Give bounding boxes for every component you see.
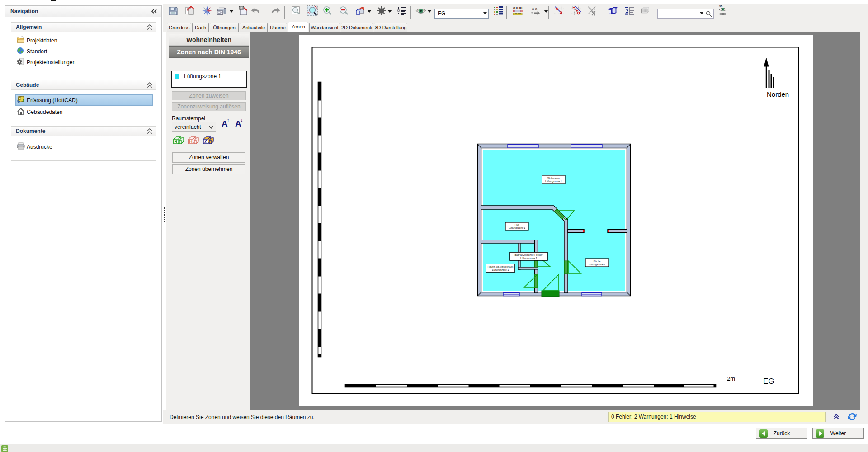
svg-text:Lüftungszone 1: Lüftungszone 1 [509, 226, 525, 229]
svg-text:R: R [175, 139, 178, 144]
svg-text:EG: EG [763, 377, 774, 386]
svg-text:H: H [189, 139, 193, 144]
svg-text:Lüftungszone 1: Lüftungszone 1 [520, 257, 537, 259]
svg-text:Lüftungszone 1: Lüftungszone 1 [545, 180, 562, 183]
svg-text:Bad/WC mit/ohne Fenster: Bad/WC mit/ohne Fenster [514, 254, 542, 256]
svg-text:Norden: Norden [767, 90, 789, 98]
svg-text:2D+3D: 2D+3D [513, 6, 523, 9]
svg-text:Lüftungszone 1: Lüftungszone 1 [492, 268, 509, 271]
svg-text:Küche: Küche [594, 260, 600, 263]
svg-text:Lüftungszone 1: Lüftungszone 1 [589, 263, 605, 266]
svg-text:Hausw. od. Abstellraum: Hausw. od. Abstellraum [488, 265, 514, 268]
svg-text:Z: Z [204, 139, 207, 144]
svg-text:Flur: Flur [515, 223, 519, 226]
svg-text:2m: 2m [727, 375, 735, 382]
svg-text:3D: 3D [719, 5, 722, 8]
svg-text:x x: x x [532, 6, 538, 11]
svg-text:Wohnraum: Wohnraum [547, 177, 560, 179]
